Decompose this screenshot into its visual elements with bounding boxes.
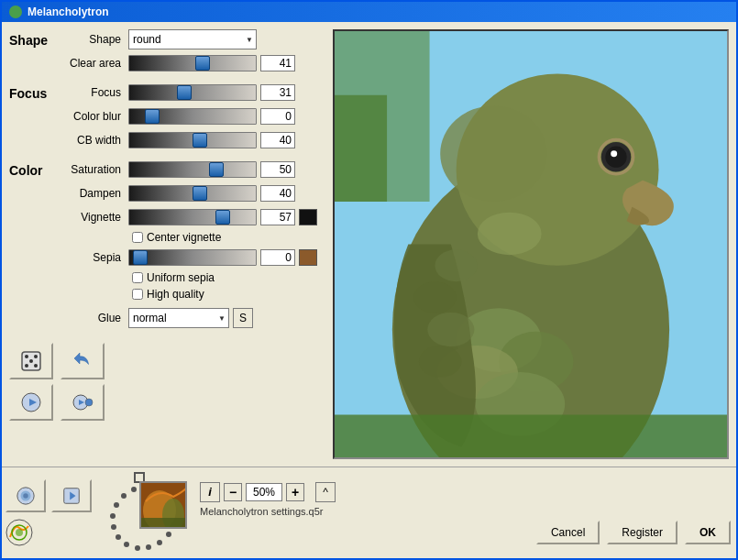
zoom-plus-button[interactable]: +: [286, 483, 304, 501]
svg-point-49: [135, 545, 140, 551]
play-record-button[interactable]: [61, 384, 105, 421]
high-quality-checkbox[interactable]: [132, 289, 143, 300]
cb-width-row: CB width: [55, 130, 325, 150]
cb-width-value[interactable]: [260, 132, 295, 148]
zoom-minus-button[interactable]: −: [224, 483, 242, 501]
shape-select[interactable]: round oval square: [128, 29, 257, 49]
shape-section-label: Shape: [9, 29, 55, 77]
svg-point-47: [157, 540, 162, 545]
svg-point-18: [611, 150, 617, 157]
image-preview: [333, 29, 729, 459]
glue-select[interactable]: normal multiply screen overlay: [128, 308, 229, 328]
dots-and-thumb-area: [99, 472, 191, 555]
info-area: i − + ^ Melancholytron settings.q5r Canc…: [194, 482, 731, 544]
preview-thumbnail[interactable]: [139, 481, 187, 529]
vignette-color-swatch[interactable]: [299, 209, 317, 225]
bottom-icon-2: [61, 486, 82, 506]
shape-field-label: Shape: [55, 33, 128, 46]
focus-slider[interactable]: [128, 84, 257, 101]
uniform-sepia-row: Uniform sepia: [132, 271, 325, 284]
saturation-thumb[interactable]: [209, 162, 224, 177]
filename-label: Melancholytron settings.q5r: [200, 506, 731, 517]
dice-icon: [20, 350, 42, 372]
uniform-sepia-checkbox[interactable]: [132, 272, 143, 283]
svg-point-52: [111, 524, 116, 530]
sepia-thumb[interactable]: [133, 250, 148, 265]
undo-button[interactable]: [61, 343, 105, 379]
focus-thumb[interactable]: [177, 85, 192, 100]
register-button[interactable]: Register: [607, 521, 677, 544]
zoom-value-input[interactable]: [246, 483, 282, 501]
svg-point-10: [85, 399, 93, 406]
bottom-btn-1[interactable]: [6, 479, 46, 512]
dice-button[interactable]: [9, 343, 53, 379]
info-button[interactable]: i: [200, 482, 220, 502]
high-quality-row: High quality: [132, 288, 325, 301]
icon-buttons-row2: [9, 384, 325, 421]
svg-rect-60: [141, 518, 187, 529]
focus-value[interactable]: [260, 84, 295, 101]
ok-button[interactable]: OK: [685, 521, 731, 544]
color-blur-thumb[interactable]: [145, 109, 160, 124]
glue-label: Glue: [55, 312, 128, 324]
bottom-btn-2[interactable]: [51, 479, 92, 512]
svg-point-2: [34, 364, 38, 368]
focus-label: Focus: [55, 86, 128, 99]
dampen-slider[interactable]: [128, 185, 257, 202]
svg-point-4: [34, 355, 38, 358]
clear-area-value[interactable]: [260, 55, 295, 71]
focus-row: Focus: [55, 82, 325, 103]
clear-area-slider[interactable]: [128, 55, 257, 71]
glue-action-button[interactable]: S: [233, 308, 253, 328]
center-vignette-checkbox[interactable]: [132, 232, 143, 243]
sepia-slider[interactable]: [128, 249, 257, 266]
sepia-color-swatch[interactable]: [299, 249, 317, 266]
cb-width-thumb[interactable]: [193, 133, 207, 148]
high-quality-label: High quality: [147, 288, 204, 301]
vignette-label: Vignette: [55, 211, 128, 224]
glue-row: Glue normal multiply screen overlay S: [55, 308, 325, 328]
vignette-slider[interactable]: [128, 209, 257, 225]
svg-point-28: [440, 105, 546, 202]
up-button[interactable]: ^: [315, 482, 336, 502]
color-blur-value[interactable]: [260, 108, 295, 125]
svg-point-34: [23, 493, 28, 499]
svg-point-54: [114, 502, 119, 508]
saturation-value[interactable]: [260, 161, 295, 178]
color-blur-row: Color blur: [55, 106, 325, 126]
saturation-label: Saturation: [55, 163, 128, 176]
dampen-thumb[interactable]: [193, 186, 207, 201]
bottom-icon-1: [16, 486, 36, 506]
play-button[interactable]: [9, 384, 53, 421]
center-vignette-row: Center vignette: [132, 231, 325, 244]
clear-area-label: Clear area: [55, 57, 128, 70]
sepia-value[interactable]: [260, 249, 295, 266]
saturation-slider[interactable]: [128, 161, 257, 178]
sepia-row: Sepia: [55, 247, 325, 268]
focus-fields: Focus Color blur CB widt: [55, 82, 325, 154]
dampen-label: Dampen: [55, 187, 128, 200]
svg-point-29: [478, 213, 542, 256]
cancel-button[interactable]: Cancel: [536, 521, 600, 544]
glue-select-wrapper: normal multiply screen overlay: [128, 308, 229, 328]
svg-point-53: [110, 513, 116, 519]
play-record-icon: [72, 391, 94, 413]
dampen-value[interactable]: [260, 185, 295, 202]
icon-buttons-group: [9, 343, 325, 421]
svg-point-17: [605, 147, 626, 168]
clear-area-thumb[interactable]: [195, 56, 210, 71]
svg-point-27: [419, 346, 462, 378]
svg-point-55: [121, 493, 127, 499]
cb-width-slider[interactable]: [128, 132, 257, 148]
svg-point-1: [25, 355, 28, 358]
left-panel: Shape Shape round oval square: [9, 29, 325, 459]
svg-point-24: [435, 249, 478, 281]
shape-fields: Shape round oval square Clear area: [55, 29, 325, 77]
color-section: Color Saturation Dampen: [9, 159, 325, 304]
app-logo: [6, 519, 33, 546]
vignette-thumb[interactable]: [215, 210, 230, 225]
svg-rect-13: [335, 95, 387, 202]
svg-point-46: [166, 532, 171, 537]
color-blur-slider[interactable]: [128, 108, 257, 125]
vignette-value[interactable]: [260, 209, 295, 225]
